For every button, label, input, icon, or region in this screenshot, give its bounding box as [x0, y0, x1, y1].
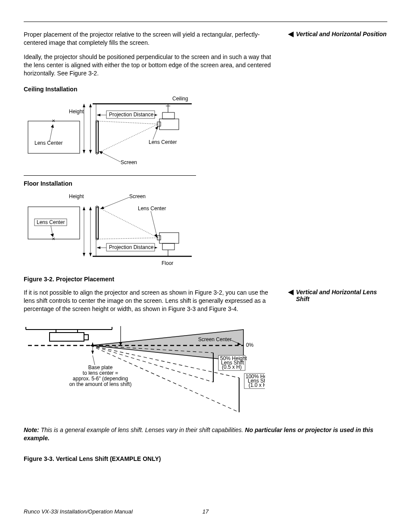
- svg-line-50: [97, 238, 158, 239]
- side-heading-position-text: Vertical and Horizontal Position: [296, 31, 386, 37]
- floor-installation-heading: Floor Installation: [24, 180, 387, 187]
- ceiling-label: Ceiling: [172, 96, 188, 102]
- paragraph-2: Ideally, the projector should be positio…: [24, 53, 275, 78]
- svg-marker-37: [83, 253, 85, 256]
- svg-marker-25: [97, 114, 100, 116]
- baseplate-line3: approx. 5-6" (depending: [73, 376, 128, 382]
- side-heading-lens-shift-text: Vertical and Horizontal Lens Shift: [296, 289, 387, 302]
- svg-marker-39: [89, 253, 92, 256]
- footer-manual-title: Runco VX-33i Installation/Operation Manu…: [24, 508, 133, 515]
- baseplate-line2: to lens center =: [83, 370, 118, 376]
- lens-center-left-1: Lens Center: [34, 140, 62, 146]
- vertical-lens-shift-diagram: 0% Screen Center 50% Height Lens Shift (…: [24, 322, 265, 421]
- svg-rect-16: [96, 121, 98, 153]
- svg-marker-52: [97, 246, 100, 249]
- lens-center-left-2: Lens Center: [37, 219, 65, 225]
- svg-rect-45: [162, 243, 174, 250]
- svg-rect-41: [96, 207, 98, 239]
- height-label-1: Height: [69, 109, 84, 115]
- floor-label: Floor: [162, 260, 173, 266]
- baseplate-line4: on the amount of lens shift): [69, 381, 132, 387]
- svg-marker-11: [83, 104, 85, 107]
- footer-page-number: 17: [202, 508, 209, 515]
- lens-center-right-2: Lens Center: [138, 205, 166, 212]
- svg-marker-38: [89, 207, 92, 210]
- svg-marker-33: [154, 234, 157, 238]
- svg-rect-66: [84, 335, 88, 340]
- screen-center-label: Screen Center: [198, 336, 231, 342]
- arrow-left-icon: ◀: [288, 289, 293, 296]
- svg-marker-83: [91, 351, 94, 354]
- svg-rect-8: [28, 121, 80, 153]
- svg-rect-44: [159, 233, 179, 243]
- hundred-label-3: (1.0 x H): [249, 382, 265, 388]
- proj-dist-1: Projection Distance: [109, 112, 154, 118]
- screen-label-2: Screen: [129, 193, 146, 199]
- svg-rect-63: [50, 333, 84, 341]
- svg-point-17: [96, 120, 98, 122]
- side-heading-lens-shift: ◀ Vertical and Horizontal Lens Shift: [288, 289, 387, 302]
- svg-line-84: [93, 355, 95, 365]
- svg-line-6: [97, 121, 158, 124]
- arrow-left-icon: ◀: [288, 31, 293, 37]
- svg-marker-21: [51, 124, 54, 128]
- screen-label-1: Screen: [121, 159, 137, 165]
- note-label: Note:: [24, 426, 39, 433]
- svg-rect-4: [162, 112, 174, 119]
- svg-line-30: [100, 197, 129, 209]
- svg-marker-23: [155, 126, 158, 130]
- ceiling-installation-diagram: Ceiling Height ✕ Lens Center Lens Center: [24, 95, 205, 173]
- svg-line-32: [151, 211, 157, 238]
- note-body: This is a general example of lens shift.…: [39, 426, 245, 433]
- paragraph-3: If it is not possible to align the proje…: [24, 289, 275, 313]
- note-paragraph: Note: This is a general example of lens …: [24, 426, 387, 442]
- side-heading-position: ◀ Vertical and Horizontal Position: [288, 31, 387, 37]
- fifty-label-3: (0.5 x H): [222, 364, 242, 370]
- svg-marker-36: [83, 207, 85, 210]
- svg-marker-13: [89, 104, 92, 107]
- ceiling-installation-heading: Ceiling Installation: [24, 86, 387, 93]
- svg-rect-3: [159, 119, 179, 130]
- proj-dist-2: Projection Distance: [109, 244, 154, 250]
- figure-3-3-caption: Figure 3-3. Vertical Lens Shift (EXAMPLE…: [24, 455, 387, 462]
- zero-percent-label: 0%: [246, 342, 254, 348]
- floor-installation-diagram: Height Screen Lens Center Floor: [24, 190, 205, 271]
- baseplate-line1: Base plate: [88, 364, 113, 370]
- svg-point-18: [96, 152, 98, 154]
- svg-marker-82: [91, 342, 94, 346]
- svg-text:✕: ✕: [52, 236, 55, 241]
- svg-line-7: [97, 124, 158, 153]
- figure-3-2-caption: Figure 3-2. Projector Placement: [24, 276, 387, 283]
- height-label-2: Height: [69, 193, 84, 199]
- lens-center-right-1: Lens Center: [149, 139, 177, 145]
- svg-text:✕: ✕: [52, 118, 55, 123]
- paragraph-1: Proper placement of the projector relati…: [24, 31, 275, 47]
- svg-marker-14: [89, 150, 92, 153]
- svg-marker-12: [83, 150, 85, 153]
- svg-line-28: [99, 151, 121, 162]
